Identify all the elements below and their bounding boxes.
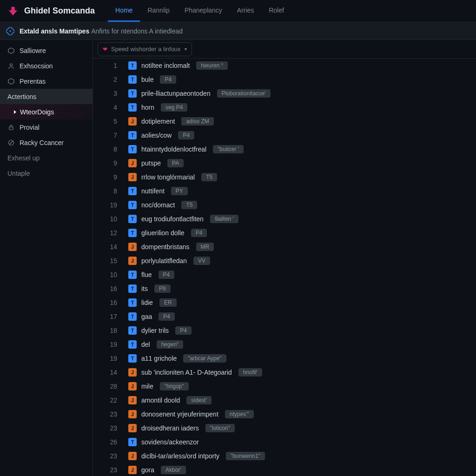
file-row[interactable]: 1Tnotiltee inclomalthieuren ° — [93, 59, 476, 73]
sidebar-item-racky-ccancer[interactable]: Racky Ccancer — [0, 135, 93, 150]
file-row[interactable]: 4Thornseg P4 — [93, 100, 476, 114]
file-row[interactable]: 18Tdylier trilsP4 — [93, 324, 476, 337]
file-row[interactable]: 16TitsP9 — [93, 282, 476, 296]
file-badge: ER — [159, 298, 177, 307]
line-number: 16 — [93, 285, 128, 292]
speed-dropdown[interactable]: ❤ Speed wishorder a linfoux ▾ — [98, 42, 192, 56]
file-badge: PA — [167, 159, 184, 167]
file-row[interactable]: 14Jsub 'inclioniten A1- D-Ategoaridhnofi… — [93, 365, 476, 379]
line-number: 23 — [93, 466, 128, 474]
sidebar-item-actertions[interactable]: Actertions — [0, 89, 93, 104]
file-name: diclbi-tar/arless/ord intporty — [141, 452, 219, 460]
file-row[interactable]: 10Teug trodiufontlactfiten9ailten ' — [93, 212, 476, 226]
file-row[interactable]: 9Jrrlow tonglórmarialT5 — [93, 170, 476, 184]
file-row[interactable]: 5Jdotiplementadiso ZM — [93, 114, 476, 128]
file-row[interactable]: 28Jmile"hrigop" — [93, 379, 476, 393]
header-tab-rannlip[interactable]: Rannlip — [140, 0, 177, 22]
file-badge: T5 — [201, 173, 217, 181]
file-name: notiltee inclomalt — [141, 62, 190, 69]
app-title: Ghidel Somcanda — [24, 6, 95, 16]
file-type-icon: J — [128, 173, 137, 181]
line-number: 1 — [93, 62, 128, 69]
lock-icon — [7, 124, 15, 131]
file-badge: P9 — [154, 284, 171, 293]
file-row[interactable]: 23JgoraAkbor' — [93, 463, 476, 476]
file-name: prile-lliactunpaeontoden — [141, 90, 211, 97]
sidebar-item-exhsocsion[interactable]: Exhsocsion — [0, 58, 93, 73]
file-badge: "hrigop" — [160, 382, 189, 390]
file-badge: P4 — [159, 312, 175, 321]
file-row[interactable]: 26Tsovidens/ackeenzor — [93, 435, 476, 449]
file-type-icon: J — [128, 382, 137, 390]
file-row[interactable]: 23Jdroisedheran iaders"loticon" — [93, 421, 476, 435]
file-type-icon: J — [128, 396, 137, 404]
file-row[interactable]: 22Jamontil dooldsidest' — [93, 393, 476, 407]
file-name: sub 'inclioniten A1- D-Ategoarid — [141, 369, 232, 376]
speed-toolbar: ❤ Speed wishorder a linfoux ▾ — [93, 40, 476, 59]
sidebar-item-exhesel-up[interactable]: Exhesel up — [0, 150, 93, 165]
file-row[interactable]: 23Jdiclbi-tar/arless/ord intporty"bunwen… — [93, 449, 476, 463]
sidebar-item-provial[interactable]: Provial — [0, 119, 93, 135]
line-number: 14 — [93, 243, 128, 251]
sidebar-item-perentas[interactable]: Perentas — [0, 73, 93, 89]
line-number: 18 — [93, 327, 128, 334]
svg-rect-5 — [9, 127, 13, 130]
file-row[interactable]: 17TgaaP4 — [93, 310, 476, 324]
file-badge: Akbor' — [161, 466, 186, 474]
header-tab-home[interactable]: Home — [108, 0, 140, 22]
file-type-icon: T — [128, 145, 137, 153]
sidebar: SalliowreExhsocsionPerentasActertionsWte… — [0, 40, 93, 476]
line-number: 7 — [93, 132, 128, 139]
file-type-icon: T — [128, 187, 137, 195]
file-row[interactable]: 3Tprile-lliactunpaeontodenPloborationita… — [93, 86, 476, 100]
svg-marker-2 — [8, 48, 14, 53]
header-tab-arries[interactable]: Arries — [230, 0, 262, 22]
file-row[interactable]: 7Taolies/cowP4 — [93, 128, 476, 142]
file-badge: T5 — [181, 201, 197, 209]
hexagon-icon — [7, 47, 15, 54]
file-row[interactable]: 19Tdelhegen" — [93, 337, 476, 351]
file-row[interactable]: 8TnuttifentPY — [93, 184, 476, 198]
sidebar-item-salliowre[interactable]: Salliowre — [0, 43, 93, 58]
file-row[interactable]: 23Jdonosenent yrjeuferimpentntypes"' — [93, 407, 476, 421]
file-row[interactable]: 2TbuleP4 — [93, 73, 476, 86]
main-area: SalliowreExhsocsionPerentasActertionsWte… — [0, 40, 476, 476]
sidebar-item-label: Exhesel up — [7, 154, 40, 162]
file-row[interactable]: 14JdompentbristansMR — [93, 240, 476, 254]
file-badge: P4 — [159, 271, 175, 279]
file-row[interactable]: 9JputspePA — [93, 156, 476, 170]
line-number: 5 — [93, 118, 128, 125]
file-row[interactable]: 19Ta11 grichole"arbcar Aype" — [93, 351, 476, 365]
heart-icon: ❤ — [103, 46, 107, 53]
file-name: droisedheran iaders — [141, 424, 199, 432]
file-badge: ntypes"' — [225, 410, 254, 418]
file-name: noc/domact — [141, 201, 175, 209]
file-row[interactable]: 12Tgliuerilion dolleP4 — [93, 226, 476, 240]
file-type-icon: J — [128, 410, 137, 418]
header-tab-phaneplancy[interactable]: Phaneplancy — [177, 0, 230, 22]
file-badge: sidest' — [186, 396, 212, 404]
file-type-icon: T — [128, 89, 137, 98]
file-type-icon: T — [128, 103, 137, 112]
file-row[interactable]: 16TlidieER — [93, 296, 476, 310]
file-type-icon: T — [128, 298, 137, 307]
file-type-icon: T — [128, 131, 137, 139]
sidebar-item-untaple[interactable]: Untaple — [0, 165, 93, 181]
sidebar-item-wteordoigs[interactable]: WteorDoigs — [0, 104, 93, 119]
file-row[interactable]: 10TflueP4 — [93, 268, 476, 282]
file-row[interactable]: 8Thtainntydoldenloctfreal"buitcer ' — [93, 142, 476, 156]
file-row[interactable]: 15JporlyulatitfledanVV — [93, 254, 476, 268]
file-row[interactable]: 19Tnoc/domactT5 — [93, 198, 476, 212]
file-badge: P4 — [178, 131, 194, 139]
file-badge: hieuren ° — [196, 61, 228, 70]
sidebar-item-label: Provial — [20, 124, 40, 131]
line-number: 19 — [93, 355, 128, 362]
info-diamond-icon — [6, 26, 15, 36]
file-type-icon: J — [128, 424, 137, 432]
speed-label: Speed wishorder a linfoux — [111, 46, 181, 53]
file-type-icon: T — [128, 61, 137, 70]
sidebar-item-label: Untaple — [7, 170, 30, 177]
file-badge: "arbcar Aype" — [183, 354, 226, 363]
hexagon-icon — [7, 78, 15, 85]
header-tab-rolef[interactable]: Rolef — [261, 0, 291, 22]
